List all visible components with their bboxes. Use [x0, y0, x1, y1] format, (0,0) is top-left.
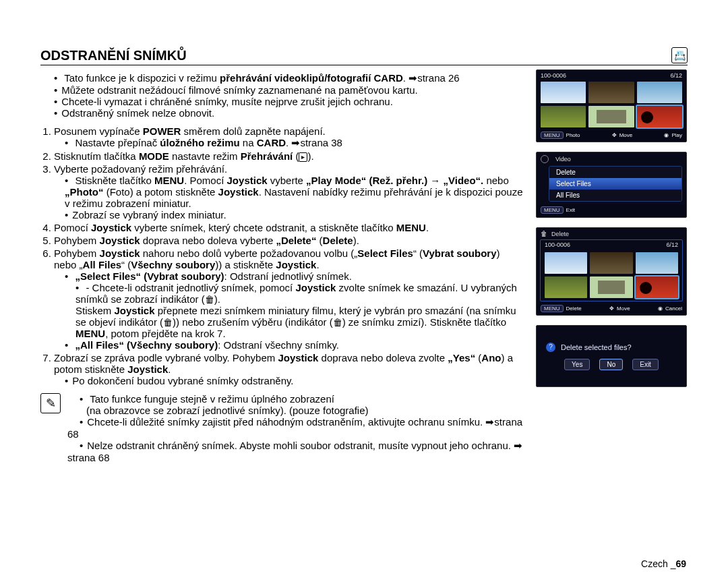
note-item: Chcete-li důležité snímky zajistit před …	[67, 416, 524, 440]
instruction-column: Tato funkce je k dispozici v režimu přeh…	[40, 69, 524, 463]
intro-list: Tato funkce je k dispozici v režimu přeh…	[40, 72, 524, 119]
page-heading: ODSTRANĚNÍ SNÍMKŮ	[40, 47, 688, 65]
page-content: Tato funkce je k dispozici v režimu přeh…	[40, 69, 688, 463]
step-6-sf-detail: - Chcete-li odstranit jednotlivý snímek,…	[75, 282, 524, 339]
counter-label: 6/12	[670, 72, 682, 79]
step-6: Pohybem Joystick nahoru nebo dolů vybert…	[54, 247, 524, 351]
page-number: Czech _69	[641, 558, 686, 569]
trash-icon: 🗑	[333, 317, 342, 328]
intro-item: Chcete-li vymazat i chráněné snímky, mus…	[40, 96, 524, 107]
thumbnail	[541, 106, 586, 127]
thumbnail	[590, 252, 632, 274]
step-4: Pomocí Joystick vyberte snímek, který ch…	[54, 222, 524, 233]
intro-item: Odstraněný snímek nelze obnovit.	[40, 107, 524, 119]
note-item: Tato funkce funguje stejně v režimu úpln…	[67, 393, 524, 416]
thumbnail	[588, 82, 634, 103]
thumbnail	[637, 82, 682, 103]
folder-label: 100-0006	[545, 241, 570, 248]
step-5: Pohybem Joystick doprava nebo doleva vyb…	[54, 235, 524, 246]
thumbnail-selected	[636, 276, 678, 298]
thumbnail	[588, 106, 634, 127]
menu-button-icon: MENU	[541, 305, 564, 312]
menu-item-all-files: All Files	[549, 189, 681, 201]
confirm-yes-button: Yes	[564, 359, 590, 370]
thumbnail	[545, 276, 587, 298]
step-6-all-files: „All Files“ (Všechny soubory): Odstraní …	[65, 339, 524, 351]
step-7-sub: Po dokončení budou vybrané snímky odstra…	[65, 375, 524, 386]
steps-list: Posunem vypínače POWER směrem dolů zapně…	[40, 125, 524, 386]
intro-item: Můžete odstranit nežádoucí filmové snímk…	[40, 84, 524, 96]
menu-category: Video	[555, 156, 571, 163]
trash-icon: 🗑	[163, 317, 173, 328]
camera-screen-confirm: ? Delete selected files? Yes No Exit	[536, 325, 687, 387]
screenshot-column: 100-0006 6/12 MENUPhoto ✥ Move ◉ Play	[536, 69, 688, 463]
step-3-sub-1: Stiskněte tlačítko MENU. Pomocí Joystick…	[65, 175, 524, 209]
manual-page: ODSTRANĚNÍ SNÍMKŮ Tato funkce je k dispo…	[0, 0, 728, 584]
folder-label: 100-0006	[541, 72, 566, 79]
playback-icon: ▸	[299, 152, 307, 162]
step-1-sub: Nastavte přepínač úložného režimu na CAR…	[65, 137, 524, 149]
sd-card-icon	[671, 47, 688, 63]
menu-item-select-files: Select Files	[549, 178, 681, 189]
confirm-exit-button: Exit	[632, 359, 659, 370]
note-body: Tato funkce funguje stejně v režimu úpln…	[67, 393, 524, 463]
step-2: Stisknutím tlačítka MODE nastavte režim …	[54, 150, 524, 162]
step-3-sub-2: Zobrazí se vybraný index miniatur.	[65, 209, 524, 221]
step-1: Posunem vypínače POWER směrem dolů zapně…	[54, 125, 524, 149]
confirm-no-button: No	[599, 359, 623, 370]
intro-item: Tato funkce je k dispozici v režimu přeh…	[40, 72, 524, 84]
trash-icon: 🗑	[541, 230, 547, 237]
camera-screen-menu: Video Delete Select Files All Files MENU…	[536, 152, 687, 218]
note-icon: ✎	[40, 393, 61, 413]
delete-header: Delete	[551, 231, 569, 237]
globe-icon	[541, 155, 549, 163]
thumbnail	[590, 276, 632, 298]
note-block: ✎ Tato funkce funguje stejně v režimu úp…	[40, 393, 524, 463]
confirm-message: Delete selected files?	[561, 343, 632, 351]
thumbnail	[636, 252, 678, 274]
menu-item-delete: Delete	[549, 167, 681, 178]
trash-icon: 🗑	[205, 294, 214, 305]
note-item: Nelze odstranit chráněný snímek. Abyste …	[67, 440, 524, 463]
step-7: Zobrazí se zpráva podle vybrané volby. P…	[54, 352, 524, 386]
camera-screen-delete: 🗑Delete 100-0006 6/12	[536, 227, 687, 316]
step-3: Vyberte požadovaný režim přehrávání. Sti…	[54, 163, 524, 221]
menu-button-icon: MENU	[541, 132, 564, 139]
thumbnail	[541, 82, 586, 103]
thumbnail-selected	[637, 106, 682, 127]
question-icon: ?	[546, 343, 555, 352]
page-title: ODSTRANĚNÍ SNÍMKŮ	[40, 48, 187, 63]
counter-label: 6/12	[666, 241, 678, 248]
menu-button-icon: MENU	[541, 206, 564, 214]
step-6-select-files: „Select Files“ (Vybrat soubory): Odstran…	[65, 270, 524, 339]
thumbnail	[545, 252, 587, 274]
camera-screen-thumbnails: 100-0006 6/12 MENUPhoto ✥ Move ◉ Play	[536, 69, 687, 142]
